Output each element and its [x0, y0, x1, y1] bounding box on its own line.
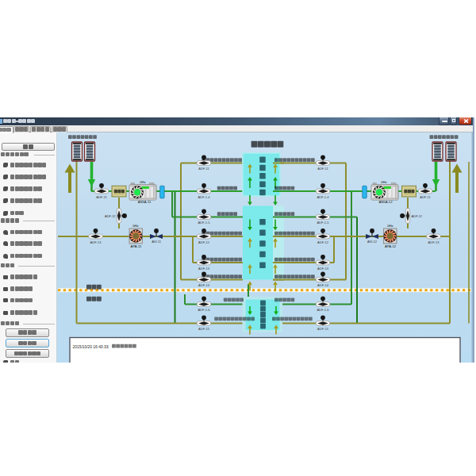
svg-text:ADF-11: ADF-11 [198, 167, 209, 171]
svg-text:AIV-11: AIV-11 [152, 240, 161, 244]
svg-text:AN5A-11: AN5A-11 [138, 200, 152, 204]
svg-text:AIV-12: AIV-12 [367, 240, 378, 244]
svg-text:APA-11: APA-11 [131, 244, 142, 248]
svg-text:ADF-1-4: ADF-1-4 [317, 195, 329, 199]
svg-text:2015/10/20 16:43:33:: 2015/10/20 16:43:33: [73, 345, 109, 349]
svg-text:ADF-12: ADF-12 [198, 240, 210, 244]
svg-text:ADF-11: ADF-11 [317, 167, 328, 171]
svg-text:ADF-1-5: ADF-1-5 [198, 221, 210, 225]
svg-text:ADF-14: ADF-14 [198, 283, 210, 287]
svg-text:ADF-12: ADF-12 [105, 214, 115, 218]
svg-text:ADF-13: ADF-13 [317, 267, 329, 271]
svg-text:AN5A-12: AN5A-12 [379, 200, 393, 204]
svg-text:ADF-11: ADF-11 [420, 195, 431, 199]
svg-text:APA-12: APA-12 [385, 244, 397, 248]
svg-text:0Hz: 0Hz [140, 180, 145, 184]
svg-text:ADF-13: ADF-13 [428, 240, 440, 244]
svg-text:ADF-12: ADF-12 [317, 240, 329, 244]
svg-text:ADF-11: ADF-11 [96, 195, 107, 199]
svg-text:0Hz: 0Hz [387, 224, 393, 228]
svg-text:ADF-1-6: ADF-1-6 [198, 308, 210, 312]
svg-text:ADF-15: ADF-15 [198, 327, 210, 331]
svg-text:ADF-1-6: ADF-1-6 [317, 308, 329, 312]
svg-text:ADF-12: ADF-12 [412, 214, 422, 218]
svg-text:ADF-14: ADF-14 [317, 283, 329, 287]
svg-text:ADF-1-4: ADF-1-4 [198, 195, 210, 199]
svg-text:ADF-13: ADF-13 [90, 240, 102, 244]
svg-text:ADF-15: ADF-15 [317, 327, 329, 331]
svg-text:ADF-1-5: ADF-1-5 [317, 221, 329, 225]
svg-text:0Hz: 0Hz [132, 224, 138, 228]
svg-text:ADF-13: ADF-13 [198, 267, 210, 271]
svg-text:0Hz: 0Hz [381, 180, 386, 184]
